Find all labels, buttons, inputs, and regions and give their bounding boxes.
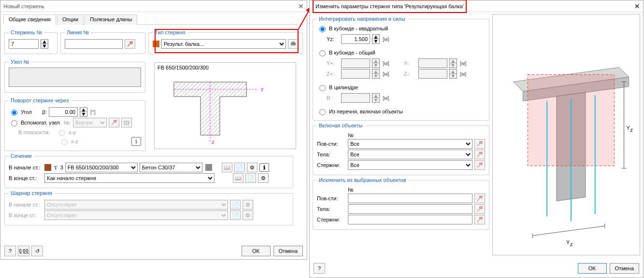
- plane-label: В плоскости:: [18, 129, 50, 135]
- yp-spinner: ▲▼: [372, 58, 380, 68]
- picker-icon: [477, 141, 483, 147]
- close-icon[interactable]: ✕: [298, 0, 304, 12]
- ex-members-pick[interactable]: [474, 215, 485, 224]
- sec-info-button[interactable]: ℹ: [259, 163, 269, 172]
- footer-right: ОК Отмена: [242, 246, 303, 256]
- beta-input[interactable]: [49, 107, 78, 117]
- plane-xz-radio: x-z: [59, 138, 78, 145]
- exclude-legend: Исключить из выбранных объектов: [317, 177, 408, 183]
- sec-edit-button[interactable]: ⚙: [247, 163, 258, 172]
- r-cancel-button[interactable]: Отмена: [610, 263, 639, 274]
- line-no-input[interactable]: [65, 39, 123, 49]
- r-ok-button[interactable]: ОК: [578, 263, 607, 274]
- units-button[interactable]: 0̲.0̲0̲: [18, 246, 29, 256]
- member-no-input[interactable]: [9, 39, 39, 49]
- node-no-label: Узел №: [9, 59, 31, 65]
- member-type-select[interactable]: Результ. балка...: [161, 39, 286, 49]
- opt-cylinder[interactable]: В цилиндре: [317, 83, 358, 91]
- picker-icon: [111, 120, 117, 125]
- inc-surf-select[interactable]: Все: [348, 139, 472, 149]
- svg-text:z: z: [570, 241, 573, 247]
- inc-tela-select[interactable]: Все: [348, 150, 472, 159]
- preview-3d: Yz Yz: [492, 14, 640, 255]
- zp-spinner: ▲▼: [372, 69, 380, 79]
- rot-aux-radio[interactable]: Вспомогат. узел: [9, 119, 60, 126]
- integrate-legend: Интегрировать напряжения и силы: [317, 16, 407, 22]
- sec-color-swatch: [44, 164, 51, 171]
- opt-from-list[interactable]: Из перечня, включая объекты: [317, 108, 403, 115]
- ex-tela-input[interactable]: [348, 204, 472, 214]
- picker-icon: [477, 152, 483, 157]
- hinge-start-edit: ⚙: [243, 200, 253, 209]
- inc-members-select[interactable]: Все: [348, 160, 472, 170]
- type-settings-button[interactable]: [288, 39, 299, 49]
- titlebar: Новый стержень ✕: [0, 0, 307, 12]
- picker-icon: [477, 162, 483, 168]
- tab-eff-lengths[interactable]: Полезные длины: [85, 14, 137, 25]
- hinge-start-select: Отсутствует: [44, 200, 228, 209]
- group-member-no: Стержень № ▲▼: [4, 29, 57, 54]
- aux-new-button: [121, 118, 132, 127]
- r-help-button[interactable]: ?: [314, 263, 325, 274]
- close-icon[interactable]: ✕: [634, 0, 640, 12]
- inc-tela-pick[interactable]: [474, 150, 485, 159]
- material-swatch: [205, 164, 212, 171]
- sec-start-name[interactable]: FB 650/1500/200/300: [65, 163, 138, 172]
- ex-members-input[interactable]: [348, 215, 472, 224]
- ok-button[interactable]: ОК: [242, 246, 271, 256]
- member-no-spinner[interactable]: ▲▼: [41, 39, 48, 49]
- ex-col-no: №: [348, 187, 354, 193]
- sec-end-edit-button[interactable]: ⚙: [258, 173, 269, 183]
- beta-spinner[interactable]: ▲▼: [80, 107, 87, 117]
- tab-general[interactable]: Общие сведения: [3, 14, 56, 25]
- section-preview-svg: y z: [155, 72, 295, 145]
- sec-end-select[interactable]: Как начало стержня: [44, 173, 215, 183]
- ex-tela-label: Тела:: [317, 206, 346, 212]
- sec-lib-button[interactable]: 📖: [222, 163, 232, 172]
- ex-surf-pick[interactable]: [474, 194, 485, 203]
- include-legend: Включая объекты: [317, 123, 365, 128]
- folder-icon: [124, 120, 129, 125]
- svg-line-23: [532, 226, 604, 236]
- pick-line-button[interactable]: [125, 39, 135, 49]
- group-section: Сечение В начале ст.: T 3 FB 650/1500/20…: [4, 153, 293, 188]
- hinge-end-edit: ⚙: [243, 210, 253, 220]
- member-no-label: Стержень №: [9, 29, 44, 35]
- preview-3d-svg: Yz Yz: [493, 14, 640, 255]
- col-no: №: [348, 132, 354, 138]
- group-member-type: Тип стержня Результ. балка...: [148, 29, 303, 54]
- inc-surf-label: Пов-сти:: [317, 141, 346, 147]
- inc-surf-pick[interactable]: [474, 139, 485, 149]
- aux-pick-button[interactable]: [109, 118, 119, 127]
- hinge-end-new: 📄: [230, 210, 241, 220]
- svg-rect-1: [292, 42, 294, 42]
- zp-input: [341, 69, 370, 79]
- yz-spinner[interactable]: ▲▼: [372, 34, 380, 44]
- inc-members-label: Стержни:: [317, 162, 346, 168]
- sec-start-material[interactable]: Бетон C30/37: [140, 163, 202, 172]
- r-input: [341, 93, 370, 103]
- cancel-button[interactable]: Отмена: [273, 246, 303, 256]
- opt-cuboid-square[interactable]: В кубоиде - квадратный: [317, 25, 388, 32]
- member-type-label: Тип стержня: [153, 29, 187, 35]
- info-button[interactable]: ℹ: [131, 137, 141, 146]
- sec-new-button[interactable]: 📄: [234, 163, 245, 172]
- zp-label: Z+:: [327, 71, 339, 77]
- help-button[interactable]: ?: [4, 246, 16, 256]
- yz-input[interactable]: [341, 34, 370, 44]
- inc-members-pick[interactable]: [474, 160, 485, 170]
- sec-end-lib-button[interactable]: 📖: [233, 173, 243, 183]
- window-title: Изменить параметры стержня типа 'Результ…: [313, 0, 467, 13]
- rot-angle-radio[interactable]: Угол: [9, 108, 32, 116]
- yp-input: [341, 58, 370, 68]
- tab-options[interactable]: Опции: [57, 14, 84, 25]
- plane-xy-radio: x-y: [57, 128, 76, 136]
- reset-button[interactable]: ↺: [31, 246, 43, 256]
- ex-tela-pick[interactable]: [474, 204, 485, 214]
- picker-icon: [477, 195, 483, 201]
- r-footer-left: ?: [314, 263, 325, 274]
- yz-label: Yz:: [327, 36, 339, 42]
- ex-surf-input[interactable]: [348, 194, 472, 203]
- opt-cuboid-general[interactable]: В кубоиде - общий: [317, 49, 375, 56]
- sec-end-new-button: 📄: [245, 173, 256, 183]
